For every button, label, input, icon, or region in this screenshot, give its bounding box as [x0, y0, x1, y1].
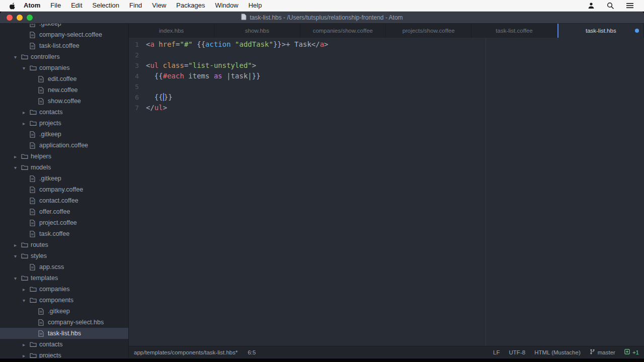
editor-line[interactable]: 7</ul> [129, 103, 644, 113]
tree-item-gitkeep[interactable]: .gitkeep [0, 306, 128, 317]
notification-center-icon[interactable] [626, 3, 634, 9]
tree-item-gitkeep[interactable]: .gitkeep [0, 173, 128, 184]
spotlight-search-icon[interactable] [607, 2, 614, 9]
git-branch-indicator[interactable]: master [590, 348, 615, 356]
file-icon [30, 198, 39, 204]
text-editor[interactable]: 1<a href="#" {{action "addTask"}}>+ Task… [129, 38, 644, 346]
minimize-button[interactable] [17, 15, 23, 21]
chevron-down-icon[interactable]: ▾ [14, 54, 21, 60]
file-tree: .gitkeepcompany-select.coffeetask-list.c… [0, 24, 128, 358]
tree-view-sidebar[interactable]: .gitkeepcompany-select.coffeetask-list.c… [0, 24, 129, 358]
zoom-button[interactable] [27, 15, 33, 21]
editor-line[interactable]: 5 [129, 81, 644, 92]
folder-icon [21, 54, 31, 60]
line-ending-indicator[interactable]: LF [493, 349, 500, 355]
chevron-right-icon[interactable]: ▸ [14, 154, 21, 159]
tree-item-label: project.coffee [39, 219, 77, 226]
tree-item-app-scss[interactable]: app.scss [0, 261, 128, 273]
tab-task-list-coffee[interactable]: task-list.coffee [471, 24, 557, 38]
line-number: 1 [129, 39, 146, 50]
tree-item-companies[interactable]: ▾companies [0, 62, 128, 73]
file-icon [30, 264, 39, 270]
menu-atom[interactable]: Atom [19, 0, 45, 11]
menu-edit[interactable]: Edit [66, 0, 87, 11]
current-file-path[interactable]: app/templates/components/task-list.hbs* [134, 349, 237, 355]
tree-item-offer-coffee[interactable]: offer.coffee [0, 206, 128, 217]
folder-icon [21, 275, 31, 281]
tree-item-components[interactable]: ▾components [0, 295, 128, 306]
editor-line[interactable]: 1<a href="#" {{action "addTask"}}>+ Task… [129, 39, 644, 50]
tab-index-hbs[interactable]: index.hbs [129, 24, 214, 38]
tree-item-new-coffee[interactable]: new.coffee [0, 84, 128, 96]
tree-item-application-coffee[interactable]: application.coffee [0, 140, 128, 151]
tree-item-routes[interactable]: ▸routes [0, 239, 128, 250]
chevron-down-icon[interactable]: ▾ [23, 298, 30, 303]
editor-line[interactable]: 4 {{#each items as |task|}} [129, 71, 644, 81]
chevron-down-icon[interactable]: ▾ [14, 165, 21, 170]
git-diff-indicator[interactable]: +1 [624, 349, 639, 355]
tree-item-edit-coffee[interactable]: edit.coffee [0, 73, 128, 84]
tree-item-contact-coffee[interactable]: contact.coffee [0, 195, 128, 206]
code-token: | [248, 72, 252, 80]
code-token: > [163, 104, 167, 112]
file-icon [30, 187, 39, 193]
menu-packages[interactable]: Packages [171, 0, 210, 11]
tree-item-project-coffee[interactable]: project.coffee [0, 217, 128, 228]
tree-item-company-coffee[interactable]: company.coffee [0, 184, 128, 195]
tree-item-contacts[interactable]: ▸contacts [0, 107, 128, 118]
tree-item-task-list-coffee[interactable]: task-list.coffee [0, 40, 128, 51]
tree-item-contacts[interactable]: ▸contacts [0, 339, 128, 350]
chevron-down-icon[interactable]: ▾ [14, 276, 21, 281]
chevron-right-icon[interactable]: ▸ [23, 342, 30, 347]
chevron-right-icon[interactable]: ▸ [23, 287, 30, 292]
chevron-down-icon[interactable]: ▾ [23, 65, 30, 71]
tree-item-task-list-hbs[interactable]: task-list.hbs [0, 328, 128, 339]
modified-indicator-icon [635, 29, 639, 33]
window-title-bar[interactable]: task-list.hbs - /Users/tutsplus/relation… [0, 12, 644, 24]
user-icon[interactable] [588, 2, 595, 9]
tree-item-company-select-coffee[interactable]: company-select.coffee [0, 29, 128, 40]
menu-selection[interactable]: Selection [88, 0, 124, 11]
tree-item-show-coffee[interactable]: show.coffee [0, 96, 128, 107]
menu-view[interactable]: View [147, 0, 171, 11]
tree-item-projects[interactable]: ▸projects [0, 118, 128, 129]
menu-help[interactable]: Help [244, 0, 267, 11]
tree-item-helpers[interactable]: ▸helpers [0, 151, 128, 162]
tree-item-gitkeep[interactable]: .gitkeep [0, 24, 128, 29]
tree-item-company-select-hbs[interactable]: company-select.hbs [0, 317, 128, 328]
encoding-indicator[interactable]: UTF-8 [509, 349, 526, 355]
tab-task-list-hbs[interactable]: task-list.hbs [557, 24, 644, 38]
chevron-right-icon[interactable]: ▸ [23, 110, 30, 115]
chevron-down-icon[interactable]: ▾ [14, 253, 21, 259]
tree-item-gitkeep[interactable]: .gitkeep [0, 129, 128, 140]
tree-item-task-coffee[interactable]: task.coffee [0, 228, 128, 239]
tree-item-models[interactable]: ▾models [0, 162, 128, 173]
editor-line[interactable]: 3<ul class="list-unstyled"> [129, 60, 644, 71]
chevron-right-icon[interactable]: ▸ [23, 121, 30, 126]
menu-file[interactable]: File [45, 0, 66, 11]
tree-item-companies[interactable]: ▸companies [0, 284, 128, 295]
tab-projects-show-coffee[interactable]: projects/show.coffee [386, 24, 471, 38]
code-token: "addTask" [235, 40, 273, 48]
menu-window[interactable]: Window [210, 0, 243, 11]
tree-item-controllers[interactable]: ▾controllers [0, 51, 128, 62]
editor-line[interactable]: 6 {{}} [129, 92, 644, 103]
code-token [158, 61, 163, 69]
tree-item-templates[interactable]: ▾templates [0, 273, 128, 284]
close-button[interactable] [7, 15, 13, 21]
file-icon [38, 87, 48, 94]
tree-item-label: task-list.coffee [39, 42, 79, 49]
chevron-right-icon[interactable]: ▸ [23, 353, 30, 358]
editor-line[interactable]: 2 [129, 50, 644, 60]
tree-item-projects[interactable]: ▸projects [0, 350, 128, 358]
tab-show-hbs[interactable]: show.hbs [214, 24, 300, 38]
tree-item-styles[interactable]: ▾styles [0, 250, 128, 261]
menu-find[interactable]: Find [124, 0, 147, 11]
chevron-right-icon[interactable]: ▸ [14, 242, 21, 248]
apple-menu-icon[interactable] [9, 2, 16, 10]
cursor-position[interactable]: 6:5 [248, 349, 256, 355]
tree-item-label: contact.coffee [39, 197, 78, 204]
tab-companies-show-coffee[interactable]: companies/show.coffee [300, 24, 386, 38]
grammar-indicator[interactable]: HTML (Mustache) [534, 349, 581, 355]
code-token [193, 40, 197, 48]
